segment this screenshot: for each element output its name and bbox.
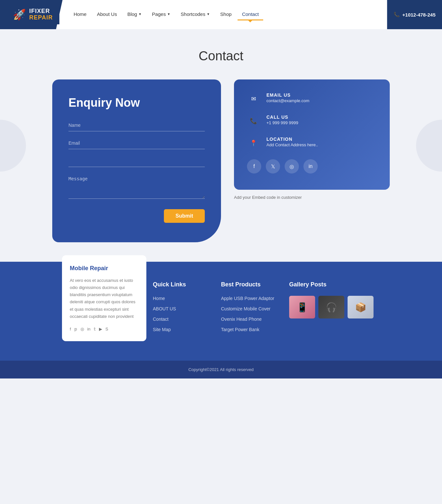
footer-instagram-icon[interactable]: ◎ [80,327,84,331]
facebook-icon[interactable]: f [247,159,261,174]
logo-area: 🚀 IFIXER REPAIR [6,5,59,24]
page-title: Contact [6,49,436,63]
instagram-icon[interactable]: ◎ [285,159,299,174]
footer-product-4[interactable]: Target Power Bank [221,327,276,332]
footer-products: Best Products Apple USB Power Adaptor Cu… [215,281,283,337]
logo-bottom: REPAIR [29,15,53,21]
nav-pages[interactable]: Pages ▼ [147,9,175,20]
products-title: Best Products [221,281,276,288]
footer-fb-icon[interactable]: f [70,327,71,331]
nav-contact[interactable]: Contact [238,9,264,20]
logo-text: IFIXER REPAIR [29,8,53,21]
footer-skype-icon[interactable]: S [105,327,108,331]
footer-bottom: Copyright©2021 All rights reserved [0,361,442,378]
gallery-thumb-3[interactable]: 📦 [348,296,374,318]
footer-social-row: f 𝕡 ◎ in 𝕥 ▶ S [70,327,139,331]
footer-gallery: Gallery Posts 📱 🎧 📦 [283,281,380,318]
footer-about-text: At vero eos et accusamus et iusto odio d… [70,277,139,320]
call-icon: 📞 [247,114,260,127]
nav-blog[interactable]: Blog ▼ [123,9,146,20]
footer-youtube-icon[interactable]: ▶ [99,327,102,331]
message-input[interactable] [68,173,205,199]
footer-quick-links: Quick Links Home ABOUT US Contact Site M… [146,281,215,337]
enquiry-card: Enquiry Now 9028653478 Submit [52,79,221,242]
social-icons-row: f 𝕏 ◎ in [247,159,377,174]
footer-link-contact[interactable]: Contact [153,317,208,322]
contact-right: ✉ EMAIL US contact@example.com 📞 CALL US… [234,79,390,200]
logo-top: IFIXER [29,8,53,15]
name-input[interactable] [68,119,205,131]
footer: Mobile Repair At vero eos et accusamus e… [0,262,442,378]
gallery-title: Gallery Posts [289,281,374,288]
email-icon: ✉ [247,92,260,105]
footer-twitter-icon[interactable]: 𝕥 [94,327,96,331]
submit-button[interactable]: Submit [164,209,205,223]
phone-number: +1012-478-245 [402,12,436,18]
email-row: ✉ EMAIL US contact@example.com [247,92,377,105]
location-row: 📍 LOCATION Add Contact Address here.. [247,137,377,150]
quick-links-title: Quick Links [153,281,208,288]
phone-input[interactable]: 9028653478 [68,155,205,167]
contact-card: ✉ EMAIL US contact@example.com 📞 CALL US… [234,79,390,190]
active-indicator [248,20,252,22]
deco-circle-left [0,120,26,172]
footer-top: Mobile Repair At vero eos et accusamus e… [43,262,399,361]
footer-product-2[interactable]: Customize Mobile Cover [221,306,276,311]
gallery-thumb-1[interactable]: 📱 [289,296,315,318]
blog-arrow: ▼ [138,12,141,16]
footer-link-home[interactable]: Home [153,296,208,301]
nav-home[interactable]: Home [69,9,91,20]
header: 🚀 IFIXER REPAIR Home About Us Blog ▼ Pag… [0,0,442,29]
page-title-section: Contact [0,29,442,79]
linkedin-icon[interactable]: in [303,159,318,174]
footer-link-about[interactable]: ABOUT US [153,306,208,311]
content-wrapper: Contact Enquiry Now 9028653478 Submit ✉ … [0,29,442,262]
copyright-text: Copyright©2021 All rights reserved [188,367,253,372]
main-content: Enquiry Now 9028653478 Submit ✉ EMAIL US… [43,79,399,262]
location-icon: 📍 [247,137,260,150]
footer-about-card: Mobile Repair At vero eos et accusamus e… [62,255,146,341]
enquiry-title: Enquiry Now [68,96,205,110]
footer-product-3[interactable]: Ovenix Head Phone [221,317,276,322]
main-nav: Home About Us Blog ▼ Pages ▼ Shortcodes … [59,9,264,20]
phone-area: 📞 +1012-478-245 [387,12,436,18]
embed-note: Add your Embed code in customizer [234,195,390,200]
nav-about[interactable]: About Us [92,9,122,20]
footer-pinterest-icon[interactable]: 𝕡 [74,327,77,331]
footer-link-sitemap[interactable]: Site Map [153,327,208,332]
logo-icon: 🚀 [13,8,26,21]
gallery-row: 📱 🎧 📦 [289,296,374,318]
nav-shortcodes[interactable]: Shortcodes ▼ [176,9,215,20]
call-row: 📞 CALL US +1 999 999 9999 [247,114,377,127]
deco-circle-right [416,120,442,172]
email-info: EMAIL US contact@example.com [266,92,309,103]
gallery-thumb-2[interactable]: 🎧 [318,296,344,318]
footer-product-1[interactable]: Apple USB Power Adaptor [221,296,276,301]
call-info: CALL US +1 999 999 9999 [266,114,298,125]
nav-shop[interactable]: Shop [216,9,236,20]
phone-icon: 📞 [394,12,400,18]
pages-arrow: ▼ [167,12,170,16]
footer-linkedin-icon[interactable]: in [87,327,91,331]
shortcodes-arrow: ▼ [207,12,210,16]
nav-wrapper: Home About Us Blog ▼ Pages ▼ Shortcodes … [56,0,387,29]
location-info: LOCATION Add Contact Address here.. [266,137,318,147]
email-input[interactable] [68,137,205,149]
footer-about-title: Mobile Repair [70,265,139,272]
twitter-icon[interactable]: 𝕏 [266,159,280,174]
